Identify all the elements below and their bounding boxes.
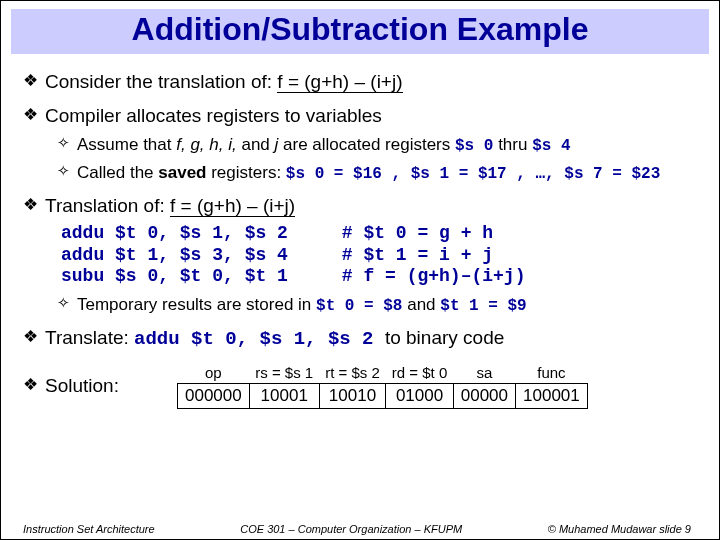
th-sa: sa [453, 364, 515, 384]
encoding-table: op rs = $s 1 rt = $s 2 rd = $t 0 sa func… [177, 364, 588, 409]
solution-row: ❖ Solution: op rs = $s 1 rt = $s 2 rd = … [23, 364, 697, 409]
bullet-text: Solution: [45, 374, 119, 398]
diamond-icon: ❖ [23, 326, 45, 347]
th-rd: rd = $t 0 [386, 364, 453, 384]
subbullet-text: Called the saved registers: $s 0 = $16 ,… [77, 162, 660, 184]
th-func: func [516, 364, 588, 384]
table-header-row: op rs = $s 1 rt = $s 2 rd = $t 0 sa func [178, 364, 588, 384]
td-func: 100001 [516, 383, 588, 408]
th-rt: rt = $s 2 [319, 364, 386, 384]
hollow-diamond-icon: ✧ [57, 134, 77, 153]
bullet-text: Consider the translation of: f = (g+h) –… [45, 70, 403, 94]
footer-center: COE 301 – Computer Organization – KFUPM [240, 523, 462, 535]
subbullet-text: Assume that f, g, h, i, and j are alloca… [77, 134, 571, 156]
hollow-diamond-icon: ✧ [57, 294, 77, 313]
expression: f = (g+h) – (i+j) [277, 71, 402, 93]
bullet-translate: ❖ Translate: addu $t 0, $s 1, $s 2 to bi… [23, 326, 697, 352]
bullet-text: Translate: addu $t 0, $s 1, $s 2 to bina… [45, 326, 504, 352]
bullet-text: Compiler allocates registers to variable… [45, 104, 382, 128]
hollow-diamond-icon: ✧ [57, 162, 77, 181]
footer-right: © Muhamed Mudawar slide 9 [548, 523, 691, 535]
th-rs: rs = $s 1 [249, 364, 319, 384]
bullet-compiler: ❖ Compiler allocates registers to variab… [23, 104, 697, 128]
diamond-icon: ❖ [23, 194, 45, 215]
expression: f = (g+h) – (i+j) [170, 195, 295, 217]
code-block: addu $t 0, $s 1, $s 2 # $t 0 = g + h add… [61, 223, 697, 288]
bullet-text: Translation of: f = (g+h) – (i+j) [45, 194, 295, 218]
subbullet-text: Temporary results are stored in $t 0 = $… [77, 294, 527, 316]
table-row: 000000 10001 10010 01000 00000 100001 [178, 383, 588, 408]
slide-title-band: Addition/Subtraction Example [11, 9, 709, 54]
bullet-consider: ❖ Consider the translation of: f = (g+h)… [23, 70, 697, 94]
bullet-translation: ❖ Translation of: f = (g+h) – (i+j) [23, 194, 697, 218]
th-op: op [178, 364, 250, 384]
diamond-icon: ❖ [23, 374, 45, 395]
slide-body: ❖ Consider the translation of: f = (g+h)… [1, 54, 719, 409]
bullet-solution: ❖ Solution: [23, 374, 173, 398]
td-op: 000000 [178, 383, 250, 408]
footer-left: Instruction Set Architecture [23, 523, 155, 535]
subbullet-saved: ✧ Called the saved registers: $s 0 = $16… [57, 162, 697, 184]
slide-footer: Instruction Set Architecture COE 301 – C… [1, 523, 719, 535]
td-rs: 10001 [249, 383, 319, 408]
diamond-icon: ❖ [23, 104, 45, 125]
td-rd: 01000 [386, 383, 453, 408]
diamond-icon: ❖ [23, 70, 45, 91]
subbullet-temp: ✧ Temporary results are stored in $t 0 =… [57, 294, 697, 316]
td-sa: 00000 [453, 383, 515, 408]
subbullet-assume: ✧ Assume that f, g, h, i, and j are allo… [57, 134, 697, 156]
slide-title: Addition/Subtraction Example [11, 11, 709, 48]
td-rt: 10010 [319, 383, 386, 408]
